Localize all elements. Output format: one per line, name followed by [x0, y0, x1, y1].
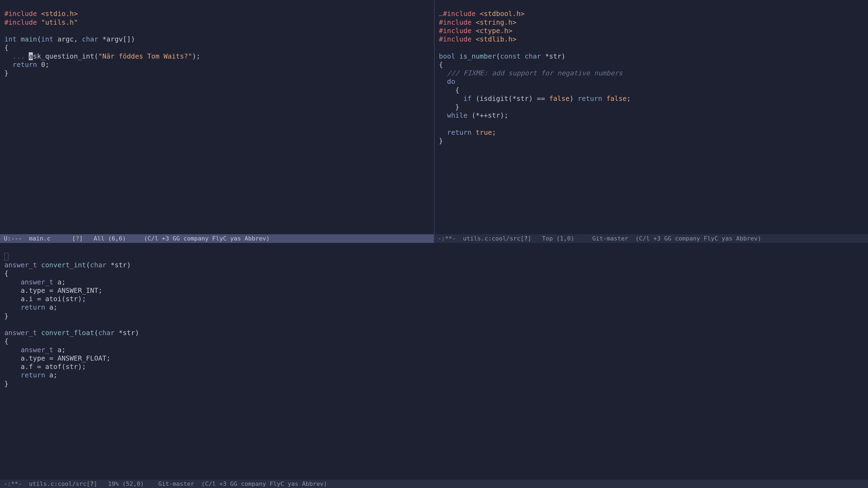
- code-token: is_number: [455, 52, 496, 60]
- window-utils-c-bottom[interactable]: answer_t convert_int(char *str) { answer…: [0, 243, 868, 480]
- code-token: }: [439, 137, 443, 145]
- window-utils-c-top[interactable]: #include <stdbool.h> #include <string.h>…: [434, 0, 868, 234]
- code-token: <string.h>: [475, 19, 517, 26]
- modeline-position: Top (1,0): [542, 235, 574, 242]
- modeline-flags: U:---: [4, 235, 25, 242]
- point-cursor: a: [29, 52, 33, 60]
- modeline-modes: (C/l +3 GG company FlyC yas Abbrev): [144, 235, 270, 242]
- emacs-frame: #include <stdio.h> #include "utils.h" in…: [0, 0, 868, 488]
- code-token: *str): [106, 261, 131, 269]
- code-token: );: [192, 52, 200, 60]
- modeline-position: 19% (52,0): [108, 480, 144, 487]
- code-token: return: [4, 61, 37, 69]
- code-token: "När föddes Tom Waits?": [98, 52, 192, 60]
- code-token: a;: [54, 278, 66, 286]
- code-token: a.type = ANSWER_FLOAT;: [4, 354, 111, 362]
- modeline-buffer-name: main.c: [25, 235, 51, 242]
- code-token: return: [578, 95, 602, 102]
- code-token: answer_t: [4, 261, 37, 269]
- code-token: return: [4, 303, 45, 311]
- modeline-text: [144, 480, 158, 487]
- code-token: argc,: [54, 35, 82, 43]
- modeline-buffer-name: utils.c:cool/src: [25, 480, 86, 487]
- code-token: #include: [439, 27, 475, 35]
- code-token: <stdlib.h>: [475, 35, 517, 43]
- inactive-cursor: [439, 15, 443, 16]
- code-token: answer_t: [4, 278, 54, 286]
- code-token: answer_t: [4, 329, 37, 337]
- code-token: int: [4, 35, 17, 43]
- code-token: ;: [627, 95, 631, 102]
- code-token: a;: [54, 346, 66, 354]
- code-token: (: [86, 261, 90, 269]
- modeline-text: [194, 480, 202, 487]
- code-token: main: [17, 35, 37, 43]
- code-token: answer_t: [4, 346, 54, 354]
- inactive-cursor: [4, 253, 8, 261]
- code-token: (: [496, 52, 500, 60]
- modeline-vc: Git-master: [592, 235, 628, 242]
- code-token: (: [37, 35, 41, 43]
- modeline-text: ]: [528, 235, 542, 242]
- code-token: true: [475, 129, 492, 136]
- modeline-main-c[interactable]: U:--- main.c [?] All (6,6) (C/l +3 GG co…: [0, 234, 434, 243]
- code-token: char: [98, 329, 115, 337]
- code-token: bool: [439, 52, 455, 60]
- flymake-indicator: ?: [524, 235, 528, 242]
- modeline-buffer-name: utils.c:cool/src: [459, 235, 520, 242]
- code-token: #include: [439, 19, 475, 26]
- code-token: *str): [115, 329, 139, 337]
- code-token: [471, 129, 475, 136]
- code-token: #include: [439, 35, 475, 43]
- modeline-position: All (6,6): [94, 235, 126, 242]
- modeline-vc: Git-master: [158, 480, 194, 487]
- code-token: *argv[]): [98, 35, 135, 43]
- modeline-text: [: [51, 235, 76, 242]
- code-token: if: [439, 95, 471, 102]
- modeline-text: [: [87, 480, 90, 487]
- code-token: *str): [541, 52, 565, 60]
- code-token: [602, 95, 606, 102]
- code-token: (*++str);: [467, 111, 508, 119]
- code-token: <stdbool.h>: [479, 10, 525, 18]
- code-token: char: [90, 261, 106, 269]
- code-token: false: [549, 95, 569, 102]
- code-token: 0;: [37, 61, 49, 69]
- modeline-modes: (C/l +3 GG company FlyC yas Abbrev): [202, 480, 328, 487]
- code-token: <ctype.h>: [475, 27, 512, 35]
- modeline-flags: -:**-: [4, 480, 25, 487]
- code-token: char: [82, 35, 98, 43]
- window-main-c[interactable]: #include <stdio.h> #include "utils.h" in…: [0, 0, 434, 234]
- code-token: {: [439, 86, 459, 94]
- code-token: int: [41, 35, 53, 43]
- code-token: [521, 52, 525, 60]
- fold-ellipsis: ...: [4, 52, 29, 60]
- code-token: (isdigit(*str) ==: [471, 95, 549, 102]
- code-token: {: [439, 61, 443, 69]
- code-token: return: [4, 371, 45, 379]
- modeline-text: ]: [79, 235, 94, 242]
- modeline-utils-c-bottom[interactable]: -:**- utils.c:cool/src[?] 19% (52,0) Git…: [0, 480, 868, 488]
- code-token: convert_int: [37, 261, 86, 269]
- modeline-text: [628, 235, 636, 242]
- code-token: {: [4, 337, 8, 345]
- code-token: <stdio.h>: [41, 10, 78, 18]
- code-token: char: [525, 52, 541, 60]
- code-token: (: [94, 329, 98, 337]
- code-token: false: [606, 95, 627, 102]
- code-token: ;: [492, 129, 496, 136]
- code-token: {: [4, 269, 8, 278]
- modeline-text: [: [521, 235, 524, 242]
- modeline-utils-c-top[interactable]: -:**- utils.c:cool/src[?] Top (1,0) Git-…: [434, 234, 868, 243]
- code-token: while: [439, 111, 467, 119]
- code-comment: /// FIXME: add support for negative numb…: [439, 69, 622, 77]
- code-token: #include: [4, 10, 41, 18]
- code-token: a;: [45, 303, 58, 311]
- code-token: a.f = atof(str);: [4, 363, 86, 370]
- code-token: {: [4, 44, 8, 52]
- modeline-text: [126, 235, 144, 242]
- modeline-row-top: U:--- main.c [?] All (6,6) (C/l +3 GG co…: [0, 234, 868, 243]
- modeline-flags: -:**-: [438, 235, 459, 242]
- code-token: convert_float: [37, 329, 94, 337]
- code-token: }: [439, 103, 459, 111]
